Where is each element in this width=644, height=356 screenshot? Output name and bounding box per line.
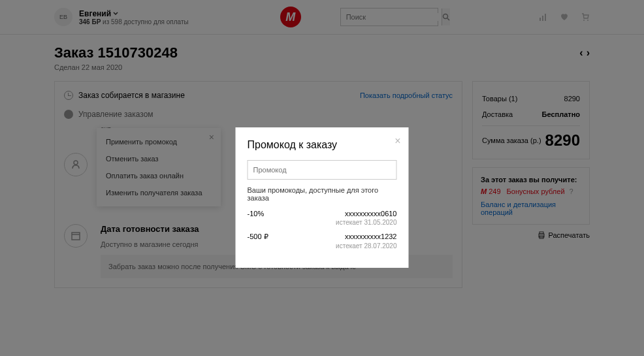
promo-item[interactable]: -10%хххххххххх0610 истекает 31.05.2020 <box>248 210 397 226</box>
modal-close[interactable]: × <box>394 135 400 147</box>
promo-input[interactable] <box>248 160 397 180</box>
promo-modal: × Промокод к заказу Ваши промокоды, дост… <box>236 127 409 268</box>
promo-item[interactable]: -500 ₽хххххххххх1232 истекает 28.07.2020 <box>248 233 397 250</box>
promo-hint: Ваши промокоды, доступные для этого зака… <box>248 186 397 202</box>
modal-title: Промокод к заказу <box>248 139 397 151</box>
